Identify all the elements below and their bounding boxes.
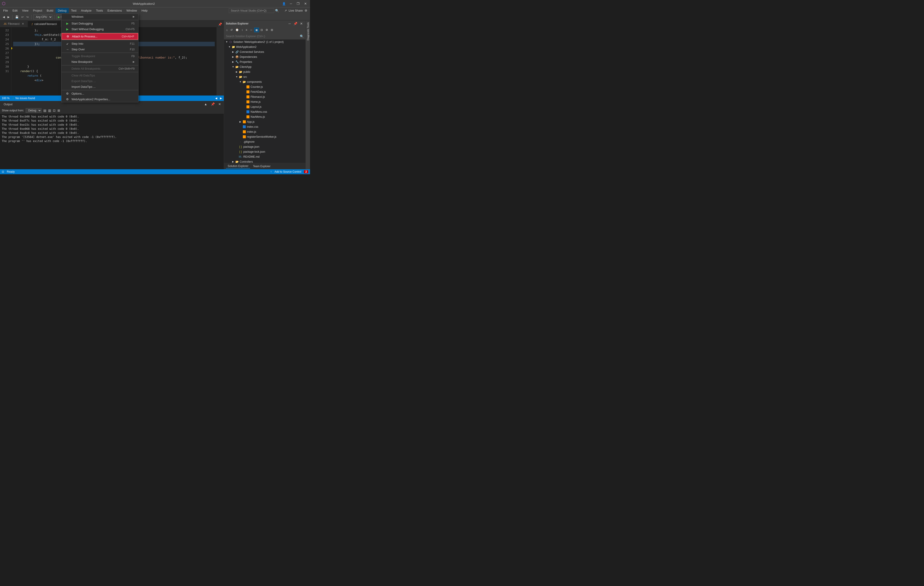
debug-menu-attach[interactable]: ⚙ Attach to Process... Ctrl+Alt+P: [61, 33, 138, 40]
se-search-input[interactable]: [226, 35, 300, 38]
se-tool-refresh[interactable]: ↺: [229, 28, 234, 32]
menu-project[interactable]: Project: [31, 8, 44, 13]
debug-menu-windows[interactable]: Windows ▶: [61, 14, 138, 20]
panel-pin-btn[interactable]: 📌: [210, 102, 216, 106]
debug-menu-new-bp[interactable]: New Breakpoint ▶: [61, 59, 138, 65]
tree-public[interactable]: 📂 public: [224, 69, 305, 74]
menu-window[interactable]: Window: [124, 8, 139, 13]
output-source-dropdown[interactable]: Debug: [26, 108, 41, 113]
toolbar-redo[interactable]: ↪: [25, 15, 30, 19]
tree-src[interactable]: 📂 src: [224, 74, 305, 79]
editor-pin-icon[interactable]: 📌: [216, 21, 224, 27]
se-collapse-btn[interactable]: ─: [287, 21, 292, 26]
live-share-label[interactable]: Live Share: [289, 9, 303, 12]
se-tool-sync[interactable]: ↕: [240, 28, 244, 32]
se-tab-solution-explorer[interactable]: Solution Explorer: [226, 164, 250, 169]
close-button[interactable]: ✕: [303, 2, 308, 6]
se-tool-filter[interactable]: ≡: [244, 28, 248, 32]
menu-build[interactable]: Build: [45, 8, 56, 13]
tree-connected-services[interactable]: 🔗 Connected Services: [224, 49, 305, 54]
debug-menu-import-datatips[interactable]: Import DataTips ...: [61, 84, 138, 90]
tree-fetchdata-js[interactable]: 🟧 FetchData.js: [224, 89, 305, 94]
menu-help[interactable]: Help: [139, 8, 150, 13]
se-tool-view[interactable]: ▣: [254, 28, 259, 32]
se-tool-home[interactable]: ⌂: [225, 28, 229, 32]
debug-menu-step-over[interactable]: → Step Over F10: [61, 46, 138, 52]
output-icon-3[interactable]: ⊡: [53, 109, 56, 112]
tree-layout-js[interactable]: 🟧 Layout.js: [224, 104, 305, 109]
scroll-right-btn[interactable]: ▶: [220, 97, 222, 100]
menu-debug[interactable]: Debug: [56, 8, 69, 13]
se-tool-settings[interactable]: ⚙: [264, 28, 269, 32]
tree-dependencies[interactable]: 📦 Dependencies: [224, 54, 305, 59]
tab-calculate[interactable]: ƒ calculateFibonacci: [28, 21, 61, 27]
panel-up-btn[interactable]: ▲: [203, 102, 208, 106]
counter-label: Counter.js: [251, 84, 263, 89]
menu-extensions[interactable]: Extensions: [105, 8, 124, 13]
tree-fibonacci-js[interactable]: 🟧 Fibonacci.js: [224, 94, 305, 99]
toolbar-back[interactable]: ◀: [2, 15, 6, 19]
se-tool-more[interactable]: ⊟: [259, 28, 264, 32]
debug-menu-step-into[interactable]: ↙ Step Into F11: [61, 41, 138, 46]
tree-counter-js[interactable]: 🟧 Counter.js: [224, 84, 305, 89]
tree-navmenu-css[interactable]: 🟦 NavMenu.css: [224, 109, 305, 114]
settings-icon[interactable]: ⚙: [305, 9, 307, 12]
tree-indexcss[interactable]: 🟦 index.css: [224, 124, 305, 129]
debug-menu-start[interactable]: ▶ Start Debugging F5: [61, 21, 138, 26]
tree-packagejson[interactable]: { } package.json: [224, 144, 305, 149]
counter-icon: 🟧: [246, 84, 250, 89]
output-icon-1[interactable]: ▤: [43, 109, 46, 112]
tree-navmenu-js[interactable]: 🟧 NavMenu.js: [224, 114, 305, 119]
menu-test[interactable]: Test: [69, 8, 79, 13]
zoom-level[interactable]: 100 %: [2, 97, 10, 100]
add-source-control-label[interactable]: Add to Source Control: [274, 170, 301, 173]
tree-clientapp[interactable]: 📂 ClientApp: [224, 64, 305, 69]
tree-properties[interactable]: 🔧 Properties: [224, 59, 305, 64]
profile-icon[interactable]: 👤: [282, 2, 286, 5]
scrollbar-vertical[interactable]: [216, 27, 219, 95]
output-icon-2[interactable]: ▥: [48, 109, 51, 112]
tree-packagelockjson[interactable]: { } package-lock.json: [224, 149, 305, 154]
config-dropdown[interactable]: Any CPU: [33, 15, 53, 20]
tree-indexjs[interactable]: 🟧 index.js: [224, 129, 305, 134]
panel-tab-output[interactable]: Output: [2, 102, 14, 107]
debug-menu-options[interactable]: ⚙ Options...: [61, 91, 138, 96]
diag-tools-label[interactable]: Diagnostic Tools: [307, 22, 309, 40]
tree-project[interactable]: 📁 WebApplication2: [224, 44, 305, 49]
se-search-icon[interactable]: 🔍: [300, 35, 304, 38]
se-tool-expand[interactable]: ↔: [249, 28, 254, 32]
toolbar-undo[interactable]: ↩: [20, 15, 25, 19]
tree-readme[interactable]: M↓ README.md: [224, 154, 305, 159]
panel-close-btn[interactable]: ✕: [218, 102, 222, 106]
tree-gitignore-client[interactable]: · .gitignore: [224, 139, 305, 144]
menu-view[interactable]: View: [20, 8, 31, 13]
se-pin-btn[interactable]: 📌: [292, 21, 298, 26]
se-close-btn[interactable]: ✕: [299, 21, 304, 26]
tree-home-js[interactable]: 🟧 Home.js: [224, 99, 305, 104]
tree-components[interactable]: 📂 components: [224, 79, 305, 84]
search-icon[interactable]: 🔍: [275, 9, 279, 13]
output-icon-4[interactable]: ⊞: [58, 109, 60, 112]
minimize-button[interactable]: ─: [289, 2, 294, 6]
tree-solution[interactable]: ⬡ Solution 'WebApplication2' (1 of 1 pro…: [224, 40, 305, 44]
tree-controllers[interactable]: 📂 Controllers: [224, 159, 305, 163]
tree-registerserviceworker[interactable]: 🟧 registerServiceWorker.js: [224, 134, 305, 139]
menu-file[interactable]: File: [1, 8, 10, 13]
tab-fibonacci[interactable]: JS Fibonacci ✕: [0, 21, 28, 27]
menu-tools[interactable]: Tools: [94, 8, 105, 13]
restore-button[interactable]: ❐: [295, 2, 301, 6]
toolbar-save[interactable]: 💾: [14, 15, 20, 19]
error-badge[interactable]: 2: [304, 170, 308, 173]
debug-menu-properties[interactable]: ⚙ WebApplication2 Properties...: [61, 96, 138, 102]
toolbar-forward[interactable]: ▶: [7, 15, 10, 19]
scroll-left-btn[interactable]: ◀: [215, 97, 217, 100]
search-box[interactable]: Search Visual Studio (Ctrl+Q): [229, 8, 274, 13]
se-tool-clock[interactable]: ⌚: [234, 28, 240, 32]
menu-edit[interactable]: Edit: [10, 8, 20, 13]
tree-appjs[interactable]: 🟧 App.js: [224, 119, 305, 124]
se-tool-config[interactable]: ⊞: [270, 28, 274, 32]
tab-fibonacci-close[interactable]: ✕: [22, 22, 24, 25]
menu-analyze[interactable]: Analyze: [79, 8, 94, 13]
debug-menu-start-no-debug[interactable]: ▶ Start Without Debugging Ctrl+F5: [61, 26, 138, 32]
se-tab-team-explorer[interactable]: Team Explorer: [251, 164, 272, 168]
